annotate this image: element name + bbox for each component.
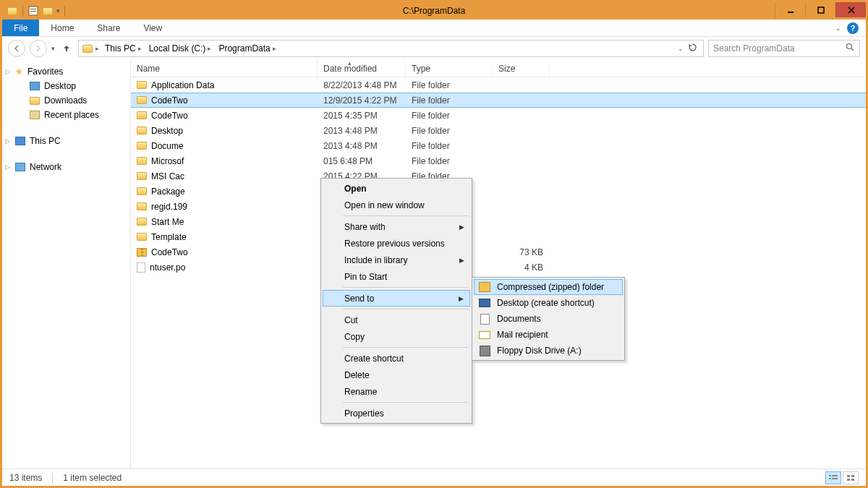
sidebar-item-recent[interactable]: Recent places (2, 108, 130, 122)
menu-item[interactable]: Share with▶ (323, 218, 470, 235)
minimize-button[interactable] (775, 2, 805, 17)
history-dropdown-icon[interactable]: ▾ (51, 45, 55, 52)
close-button[interactable] (835, 2, 866, 17)
table-row[interactable]: Start Me (131, 214, 866, 229)
refresh-icon[interactable] (688, 43, 697, 54)
tab-share[interactable]: Share (85, 20, 132, 36)
file-type: File folder (406, 111, 493, 121)
tab-view[interactable]: View (132, 20, 174, 36)
menu-item[interactable]: Include in library▶ (323, 252, 470, 268)
breadcrumb-localdisk[interactable]: Local Disk (C:)▸ (145, 40, 216, 56)
navigation-row: ▾ ▸ This PC▸ Local Disk (C:)▸ ProgramDat… (2, 37, 866, 60)
menu-item[interactable]: Cut (323, 312, 470, 328)
window-controls (775, 2, 866, 17)
table-row[interactable]: Application Data8/22/2013 4:48 PMFile fo… (131, 77, 866, 93)
submenu-item[interactable]: Documents (474, 311, 623, 327)
table-row[interactable]: CodeTwo12/9/2015 4:22 PMFile folder (131, 93, 866, 108)
svg-rect-4 (818, 7, 824, 13)
table-row[interactable]: Desktop2013 4:48 PMFile folder (131, 123, 866, 138)
recent-icon (30, 111, 40, 119)
table-row[interactable]: regid.199 (131, 199, 866, 214)
menu-separator (343, 287, 469, 288)
col-type[interactable]: Type (406, 60, 493, 77)
ribbon-expand-icon[interactable]: ⌄ (835, 25, 841, 32)
table-row[interactable]: Microsof015 6:48 PMFile folder (131, 153, 866, 168)
svg-rect-1 (30, 9, 36, 9)
file-date: 2015 4:35 PM (318, 111, 406, 121)
menu-item[interactable]: Create shortcut (323, 350, 470, 367)
svg-point-5 (847, 44, 852, 49)
view-icons-button[interactable] (843, 471, 859, 484)
file-date: 2013 4:48 PM (318, 141, 406, 151)
file-size: 73 KB (493, 247, 549, 257)
svg-rect-11 (851, 475, 854, 477)
menu-separator (343, 309, 469, 309)
newfolder-icon[interactable] (42, 5, 54, 17)
table-row[interactable]: ntuser.po4 KB (131, 260, 866, 275)
sidebar-favorites[interactable]: ▷★Favorites (2, 64, 130, 79)
zip-icon (478, 281, 491, 293)
addressbar[interactable]: ▸ This PC▸ Local Disk (C:)▸ ProgramData▸… (78, 40, 704, 57)
col-size[interactable]: Size (493, 60, 549, 77)
back-button[interactable] (8, 40, 25, 57)
submenu-item[interactable]: Compressed (zipped) folder (474, 279, 623, 295)
menu-item[interactable]: Rename (323, 383, 470, 400)
folder-icon (137, 111, 147, 119)
svg-rect-2 (30, 11, 36, 12)
menu-item[interactable]: Delete (323, 367, 470, 383)
file-name: Start Me (151, 217, 184, 227)
submenu-item[interactable]: Floppy Disk Drive (A:) (474, 343, 623, 359)
col-date[interactable]: Date modified (318, 60, 406, 77)
folder-icon (137, 172, 147, 180)
context-submenu: Compressed (zipped) folderDesktop (creat… (472, 277, 625, 361)
file-name: Template (151, 232, 187, 242)
file-name: CodeTwo (151, 95, 188, 106)
file-name: Microsof (151, 156, 184, 166)
tab-file[interactable]: File (2, 20, 39, 36)
help-icon[interactable]: ? (847, 22, 859, 34)
maximize-button[interactable] (805, 2, 835, 17)
sidebar-item-downloads[interactable]: Downloads (2, 93, 130, 108)
tab-home[interactable]: Home (39, 20, 85, 36)
menu-item[interactable]: Copy (323, 328, 470, 345)
folder-icon (7, 5, 18, 17)
up-button[interactable] (59, 41, 74, 56)
forward-button[interactable] (30, 40, 47, 57)
table-row[interactable]: Package015 6:48 PMFile folder (131, 184, 866, 199)
submenu-item[interactable]: Desktop (create shortcut) (474, 295, 623, 311)
table-row[interactable]: Template (131, 229, 866, 244)
file-type: File folder (406, 141, 493, 151)
address-dropdown-icon[interactable]: ⌄ (678, 45, 684, 52)
col-name[interactable]: Name (131, 60, 318, 77)
table-row[interactable]: CodeTwo73 KB (131, 244, 866, 260)
folder-icon (137, 233, 147, 241)
submenu-arrow-icon: ▶ (459, 223, 464, 231)
network-icon (15, 163, 25, 171)
table-row[interactable]: CodeTwo2015 4:35 PMFile folder (131, 108, 866, 123)
submenu-item[interactable]: Mail recipient (474, 327, 623, 343)
breadcrumb-programdata[interactable]: ProgramData▸ (215, 40, 279, 56)
menu-item[interactable]: Open in new window (323, 197, 470, 213)
file-type: File folder (406, 80, 493, 90)
menu-item[interactable]: Pin to Start (323, 268, 470, 285)
file-date: 015 6:48 PM (318, 156, 406, 166)
file-name: ntuser.po (150, 262, 185, 273)
file-name: MSI Cac (151, 171, 184, 181)
menu-item[interactable]: Properties (323, 405, 470, 421)
menu-item[interactable]: Open (323, 180, 470, 197)
svg-rect-7 (832, 475, 838, 476)
table-row[interactable]: Docume2013 4:48 PMFile folder (131, 138, 866, 153)
search-input[interactable]: Search ProgramData (708, 40, 860, 57)
menu-separator (343, 347, 469, 348)
sidebar-thispc[interactable]: ▷This PC (2, 134, 130, 148)
sidebar-network[interactable]: ▷Network (2, 160, 130, 174)
sidebar-item-desktop[interactable]: Desktop (2, 79, 130, 93)
desktop-icon (478, 297, 491, 309)
qat-dropdown-icon[interactable]: ▾ (56, 7, 60, 14)
menu-item[interactable]: Restore previous versions (323, 235, 470, 252)
properties-icon[interactable] (27, 5, 39, 17)
menu-item[interactable]: Send to▶ (323, 290, 470, 307)
view-details-button[interactable] (825, 471, 841, 484)
breadcrumb-thispc[interactable]: This PC▸ (101, 40, 145, 56)
table-row[interactable]: MSI Cac2015 4:22 PMFile folder (131, 168, 866, 184)
